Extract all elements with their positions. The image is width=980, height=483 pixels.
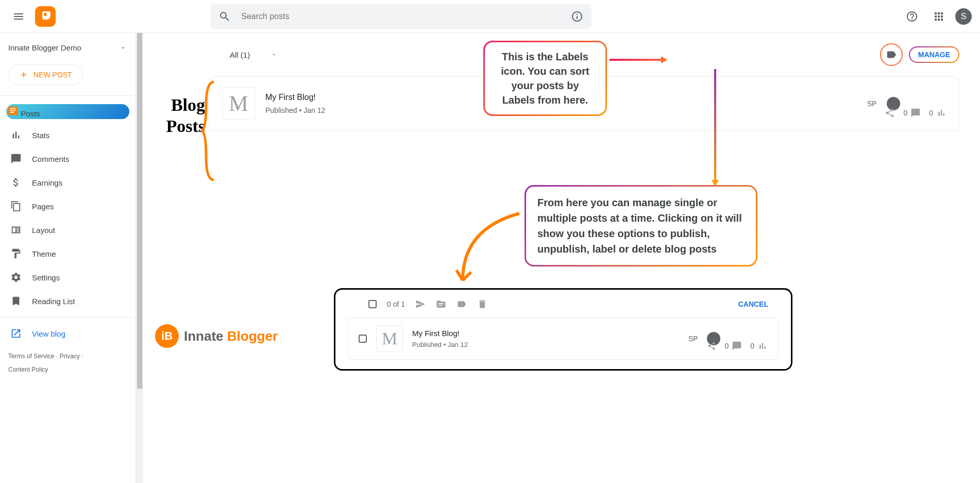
- new-post-label: NEW POST: [33, 71, 72, 79]
- share-icon[interactable]: [707, 341, 716, 351]
- innate-icon: iB: [155, 324, 179, 348]
- main-content: All (1) MANAGE M My First Blog! Publishe…: [143, 33, 980, 483]
- select-all-checkbox[interactable]: [368, 300, 377, 308]
- footer-links: Terms of Service · Privacy · Content Pol…: [0, 345, 136, 381]
- chevron-down-icon: [119, 44, 127, 52]
- annotation-arrow-2: [714, 69, 716, 185]
- theme-icon: [10, 248, 22, 259]
- manage-button[interactable]: MANAGE: [909, 46, 959, 63]
- sidebar-item-pages[interactable]: Pages: [0, 194, 127, 218]
- divider: [0, 95, 136, 96]
- help-icon: [906, 10, 918, 23]
- post-title: My First Blog!: [412, 329, 679, 338]
- stats-small-icon: [757, 341, 768, 351]
- info-icon[interactable]: [571, 10, 583, 23]
- manage-toolbar: 0 of 1 CANCEL: [348, 299, 779, 318]
- comment-icon: [910, 108, 921, 118]
- menu-button[interactable]: [8, 6, 29, 27]
- new-post-button[interactable]: NEW POST: [8, 64, 83, 85]
- view-blog-link[interactable]: View blog: [0, 322, 136, 345]
- view-count: 0: [929, 108, 947, 118]
- search-icon: [218, 10, 231, 23]
- apps-button[interactable]: [928, 6, 949, 27]
- annotation-arrow-1: [610, 59, 666, 61]
- blog-name: Innate Blogger Demo: [8, 43, 81, 52]
- search-bar[interactable]: [210, 4, 592, 29]
- sidebar-item-earnings[interactable]: Earnings: [0, 171, 127, 194]
- post-thumbnail: M: [376, 325, 403, 352]
- annotation-curved-arrow: [452, 208, 525, 291]
- sidebar-item-reading-list[interactable]: Reading List: [0, 289, 127, 313]
- settings-icon: [10, 272, 22, 283]
- comment-icon: [732, 341, 742, 351]
- user-avatar[interactable]: S: [955, 8, 972, 25]
- header: S: [0, 0, 980, 33]
- manage-label: MANAGE: [910, 47, 958, 62]
- filter-text: All (1): [230, 51, 250, 59]
- comment-count: 0: [903, 108, 921, 118]
- header-right: S: [902, 6, 972, 27]
- annotation-brace: [201, 79, 216, 182]
- sidebar-item-theme[interactable]: Theme: [0, 242, 127, 265]
- sidebar-item-posts[interactable]: Posts: [6, 104, 129, 119]
- view-count: 0: [750, 341, 768, 351]
- unpublish-icon[interactable]: [436, 299, 446, 309]
- sidebar-item-layout[interactable]: Layout: [0, 218, 127, 242]
- comment-count: 0: [724, 341, 742, 351]
- blog-selector[interactable]: Innate Blogger Demo: [0, 37, 136, 58]
- filter-dropdown[interactable]: All (1): [230, 51, 278, 59]
- post-actions: 0 0: [885, 108, 947, 118]
- apps-icon: [933, 10, 945, 23]
- annotation-callout-manage: From here you can manage single or multi…: [525, 185, 757, 267]
- scrollbar[interactable]: [136, 33, 143, 483]
- chevron-down-icon: [271, 51, 278, 58]
- comments-icon: [10, 153, 22, 164]
- cancel-button[interactable]: CANCEL: [738, 300, 768, 308]
- pages-icon: [10, 201, 22, 212]
- search-input[interactable]: [241, 12, 571, 21]
- sidebar-item-label: Layout: [32, 226, 55, 235]
- plus-icon: [19, 70, 28, 79]
- post-author: SP: [867, 99, 877, 108]
- sidebar: Innate Blogger Demo NEW POST Posts Stats…: [0, 33, 136, 483]
- stats-icon: [10, 129, 22, 141]
- post-thumbnail: M: [222, 87, 255, 120]
- annotation-blog-posts-label: Blog Posts: [143, 95, 205, 137]
- scrollbar-thumb[interactable]: [137, 33, 142, 389]
- share-icon[interactable]: [885, 108, 895, 118]
- divider: [0, 317, 136, 318]
- post-checkbox[interactable]: [359, 335, 367, 343]
- content-policy-link[interactable]: Content Policy: [8, 366, 48, 373]
- label-icon[interactable]: [457, 299, 467, 309]
- sidebar-item-comments[interactable]: Comments: [0, 147, 127, 171]
- innate-blogger-brand: iB Innate Blogger: [155, 324, 278, 348]
- sidebar-item-label: Reading List: [32, 297, 75, 306]
- annotation-callout-labels: This is the Labels icon. You can sort yo…: [483, 41, 607, 116]
- post-author: SP: [688, 335, 698, 343]
- view-blog-label: View blog: [32, 329, 65, 338]
- manage-post-card[interactable]: M My First Blog! Published • Jan 12 SP 0…: [348, 318, 779, 360]
- privacy-link[interactable]: Privacy: [59, 353, 79, 360]
- sidebar-item-label: Settings: [32, 273, 60, 282]
- help-button[interactable]: [902, 6, 922, 27]
- sidebar-item-label: Comments: [32, 155, 70, 163]
- label-icon: [886, 49, 897, 60]
- bookmark-icon: [10, 295, 22, 307]
- sidebar-item-label: Pages: [32, 202, 54, 211]
- delete-icon[interactable]: [477, 299, 487, 309]
- sidebar-item-stats[interactable]: Stats: [0, 123, 127, 147]
- terms-link[interactable]: Terms of Service: [8, 353, 54, 360]
- publish-icon[interactable]: [415, 299, 426, 309]
- sidebar-item-label: Earnings: [32, 178, 62, 187]
- sidebar-item-settings[interactable]: Settings: [0, 265, 127, 289]
- selection-count: 0 of 1: [387, 300, 405, 308]
- labels-icon-button[interactable]: [880, 43, 903, 66]
- manage-panel: 0 of 1 CANCEL M My First Blog! Published…: [334, 288, 792, 371]
- post-info: My First Blog! Published • Jan 12: [412, 329, 679, 348]
- posts-icon: [7, 105, 19, 116]
- sidebar-item-label: Posts: [21, 109, 40, 118]
- post-actions: 0 0: [707, 341, 768, 351]
- open-external-icon: [10, 328, 22, 339]
- blogger-logo[interactable]: [35, 6, 56, 27]
- sidebar-item-label: Theme: [32, 249, 56, 258]
